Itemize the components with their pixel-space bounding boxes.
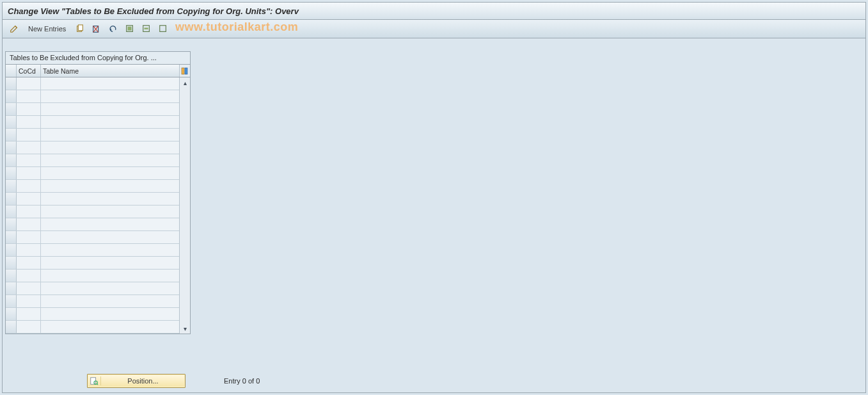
column-header-cocd[interactable]: CoCd [17,65,41,77]
cell-table-name[interactable] [41,116,179,128]
table-row[interactable] [6,231,179,244]
cell-table-name[interactable] [41,257,179,269]
row-selector[interactable] [6,206,17,218]
cell-cocd[interactable] [17,167,41,179]
deselect-all-icon[interactable] [157,22,170,36]
cell-cocd[interactable] [17,308,41,320]
row-selector[interactable] [6,103,17,115]
cell-table-name[interactable] [41,77,179,90]
cell-cocd[interactable] [17,270,41,282]
scroll-up-icon[interactable]: ▴ [180,78,189,87]
undo-icon[interactable] [107,22,120,36]
cell-cocd[interactable] [17,295,41,307]
select-block-icon[interactable] [140,22,153,36]
row-selector[interactable] [6,308,17,320]
table-row[interactable] [6,129,179,141]
cell-cocd[interactable] [17,206,41,218]
application-toolbar: New Entries www.tutorialkart.com [3,20,865,38]
cell-table-name[interactable] [41,295,179,307]
column-configure-icon[interactable] [179,65,190,77]
cell-table-name[interactable] [41,206,179,218]
row-selector[interactable] [6,154,17,166]
table-row[interactable] [6,282,179,295]
table-row[interactable] [6,77,179,90]
row-selector[interactable] [6,321,17,333]
table-row[interactable] [6,154,179,167]
row-selector[interactable] [6,270,17,282]
row-selector[interactable] [6,193,17,205]
row-selector[interactable] [6,231,17,243]
cell-cocd[interactable] [17,154,41,166]
table-row[interactable] [6,321,179,334]
cell-table-name[interactable] [41,90,179,102]
table-row[interactable] [6,193,179,206]
row-selector[interactable] [6,295,17,307]
cell-cocd[interactable] [17,282,41,294]
watermark-text: www.tutorialkart.com [175,20,298,34]
table-row[interactable] [6,180,179,193]
cell-table-name[interactable] [41,270,179,282]
table-row[interactable] [6,270,179,282]
cell-table-name[interactable] [41,308,179,320]
cell-cocd[interactable] [17,77,41,90]
scroll-down-icon[interactable]: ▾ [180,324,189,333]
table-row[interactable] [6,295,179,308]
cell-table-name[interactable] [41,167,179,179]
cell-cocd[interactable] [17,90,41,102]
cell-table-name[interactable] [41,180,179,192]
cell-table-name[interactable] [41,218,179,230]
cell-table-name[interactable] [41,321,179,333]
app-window: Change View "Tables to Be Excluded from … [2,2,866,393]
cell-cocd[interactable] [17,321,41,333]
table-row[interactable] [6,167,179,180]
cell-cocd[interactable] [17,257,41,269]
cell-cocd[interactable] [17,231,41,243]
table-row[interactable] [6,257,179,270]
cell-table-name[interactable] [41,141,179,154]
column-selector[interactable] [6,65,17,77]
row-selector[interactable] [6,167,17,179]
row-selector[interactable] [6,129,17,141]
cell-cocd[interactable] [17,218,41,230]
cell-table-name[interactable] [41,129,179,141]
cell-table-name[interactable] [41,103,179,115]
table-row[interactable] [6,103,179,116]
position-label: Position... [101,377,185,385]
cell-table-name[interactable] [41,244,179,256]
table-row[interactable] [6,218,179,231]
row-selector[interactable] [6,77,17,90]
column-header-table-name[interactable]: Table Name [41,65,179,77]
copy-as-icon[interactable] [74,22,86,36]
row-selector[interactable] [6,116,17,128]
position-button[interactable]: Position... [87,374,185,388]
row-selector[interactable] [6,282,17,294]
table-row[interactable] [6,308,179,321]
table-row[interactable] [6,90,179,103]
table-row[interactable] [6,206,179,218]
row-selector[interactable] [6,218,17,230]
vertical-scrollbar[interactable]: ▴ ▾ [179,77,190,334]
cell-cocd[interactable] [17,129,41,141]
cell-table-name[interactable] [41,231,179,243]
delete-icon[interactable] [90,22,103,36]
table-row[interactable] [6,244,179,257]
cell-cocd[interactable] [17,103,41,115]
cell-table-name[interactable] [41,193,179,205]
cell-cocd[interactable] [17,180,41,192]
table-row[interactable] [6,141,179,154]
cell-cocd[interactable] [17,193,41,205]
select-all-icon[interactable] [123,22,136,36]
new-entries-button[interactable]: New Entries [24,25,70,33]
row-selector[interactable] [6,90,17,102]
table-row[interactable] [6,116,179,129]
cell-cocd[interactable] [17,116,41,128]
row-selector[interactable] [6,180,17,192]
cell-table-name[interactable] [41,154,179,166]
display-change-icon[interactable] [8,22,20,36]
cell-cocd[interactable] [17,141,41,154]
cell-cocd[interactable] [17,244,41,256]
row-selector[interactable] [6,141,17,154]
row-selector[interactable] [6,257,17,269]
row-selector[interactable] [6,244,17,256]
cell-table-name[interactable] [41,282,179,294]
